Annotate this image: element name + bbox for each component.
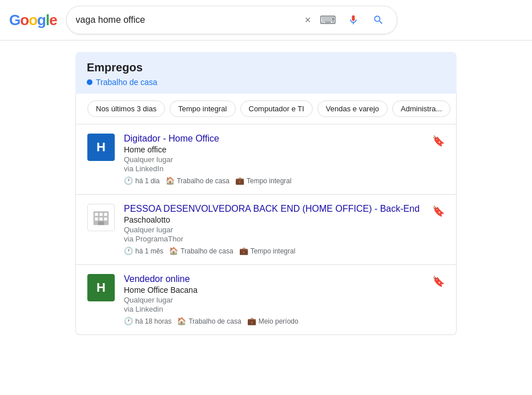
filter-tag-text: Trabalho de casa (96, 78, 158, 87)
briefcase-icon: 💼 (235, 176, 244, 185)
building-icon (92, 208, 110, 227)
svg-rect-5 (99, 217, 102, 220)
job-content-1: Digitador - Home Office Home office Qual… (124, 134, 423, 185)
job-tags-3: 🕐 há 18 horas 🏠 Trabalho de casa 💼 Meio … (124, 317, 423, 325)
chip-admin[interactable]: Administra... (392, 100, 450, 117)
search-icon (373, 14, 384, 26)
google-logo[interactable]: Google (9, 11, 57, 29)
jobs-list: H Digitador - Home Office Home office Qu… (75, 124, 457, 335)
clock-icon-3: 🕐 (124, 317, 133, 325)
job-workmode-3: 🏠 Trabalho de casa (177, 317, 241, 325)
chip-recent[interactable]: Nos últimos 3 dias (87, 100, 165, 117)
bookmark-button-1[interactable]: 🔖 (432, 135, 445, 147)
job-company-2: Paschoalotto (124, 215, 423, 224)
svg-rect-2 (99, 213, 102, 216)
job-location-3: Qualquer lugar (124, 296, 423, 304)
job-employment-1: 💼 Tempo integral (235, 176, 292, 185)
job-employment-2: 💼 Tempo integral (239, 247, 296, 255)
svg-rect-4 (95, 217, 98, 220)
job-workmode-1: 🏠 Trabalho de casa (166, 176, 229, 185)
filter-dot (87, 79, 92, 85)
clock-icon: 🕐 (124, 176, 133, 185)
job-via-2: via ProgramaThor (124, 235, 423, 243)
chip-fulltime[interactable]: Tempo integral (170, 100, 235, 117)
job-location-2: Qualquer lugar (124, 225, 423, 234)
job-tags-2: 🕐 há 1 mês 🏠 Trabalho de casa 💼 Tempo in… (124, 247, 423, 255)
job-via-1: via LinkedIn (124, 164, 423, 173)
job-time-2: 🕐 há 1 mês (124, 247, 163, 255)
bookmark-button-3[interactable]: 🔖 (432, 275, 445, 288)
job-logo-2 (87, 204, 115, 231)
table-row: H Vendedor online Home Office Bacana Qua… (76, 265, 456, 334)
search-button[interactable] (369, 11, 388, 29)
house-icon-3: 🏠 (177, 317, 186, 325)
microphone-icon (348, 14, 359, 26)
header-search-icons: ⌨ (319, 11, 388, 29)
job-logo-1: H (87, 134, 115, 161)
briefcase-icon-3: 💼 (247, 317, 256, 325)
clock-icon-2: 🕐 (124, 247, 133, 255)
svg-rect-1 (95, 213, 98, 216)
job-company-3: Home Office Bacana (124, 285, 423, 295)
job-location-1: Qualquer lugar (124, 155, 423, 164)
job-title-3[interactable]: Vendedor online (124, 274, 423, 284)
voice-search-button[interactable] (344, 11, 362, 29)
job-content-3: Vendedor online Home Office Bacana Qualq… (124, 274, 423, 325)
keyboard-icon: ⌨ (320, 13, 336, 27)
job-title-2[interactable]: PESSOA DESENVOLVEDORA BACK END (HOME OFF… (124, 204, 423, 214)
main-content: Empregos Trabalho de casa Nos últimos 3 … (66, 41, 466, 346)
job-tags-1: 🕐 há 1 dia 🏠 Trabalho de casa 💼 Tempo in… (124, 176, 423, 185)
chips-next-arrow[interactable]: › (455, 102, 456, 116)
table-row: H Digitador - Home Office Home office Qu… (76, 124, 456, 195)
bookmark-button-2[interactable]: 🔖 (432, 205, 445, 217)
job-time-1: 🕐 há 1 dia (124, 176, 160, 185)
house-icon: 🏠 (166, 176, 175, 185)
svg-rect-7 (98, 221, 104, 225)
job-employment-3: 💼 Meio período (247, 317, 299, 325)
svg-rect-6 (104, 217, 107, 220)
keyboard-button[interactable]: ⌨ (319, 11, 337, 29)
chip-computers[interactable]: Computador e TI (240, 100, 313, 117)
job-time-3: 🕐 há 18 horas (124, 317, 171, 325)
search-bar: × ⌨ (66, 6, 397, 34)
table-row: PESSOA DESENVOLVEDORA BACK END (HOME OFF… (76, 195, 456, 265)
job-content-2: PESSOA DESENVOLVEDORA BACK END (HOME OFF… (124, 204, 423, 255)
job-logo-3: H (87, 274, 115, 301)
jobs-title: Empregos (87, 61, 445, 74)
briefcase-icon-2: 💼 (239, 247, 248, 255)
clear-search-button[interactable]: × (305, 15, 311, 25)
job-title-1[interactable]: Digitador - Home Office (124, 134, 423, 144)
jobs-card-header: Empregos Trabalho de casa (75, 52, 457, 94)
filter-chips-row: Nos últimos 3 dias Tempo integral Comput… (76, 94, 456, 124)
job-via-3: via Linkedin (124, 305, 423, 313)
house-icon-2: 🏠 (169, 247, 178, 255)
chip-sales[interactable]: Vendas e varejo (317, 100, 388, 117)
job-company-1: Home office (124, 145, 423, 154)
svg-rect-3 (104, 213, 107, 216)
header: Google × ⌨ (0, 0, 532, 41)
job-workmode-2: 🏠 Trabalho de casa (169, 247, 233, 255)
jobs-active-filter[interactable]: Trabalho de casa (87, 78, 445, 87)
search-input[interactable] (76, 15, 305, 25)
filter-chips-wrapper: Nos últimos 3 dias Tempo integral Comput… (75, 94, 457, 124)
